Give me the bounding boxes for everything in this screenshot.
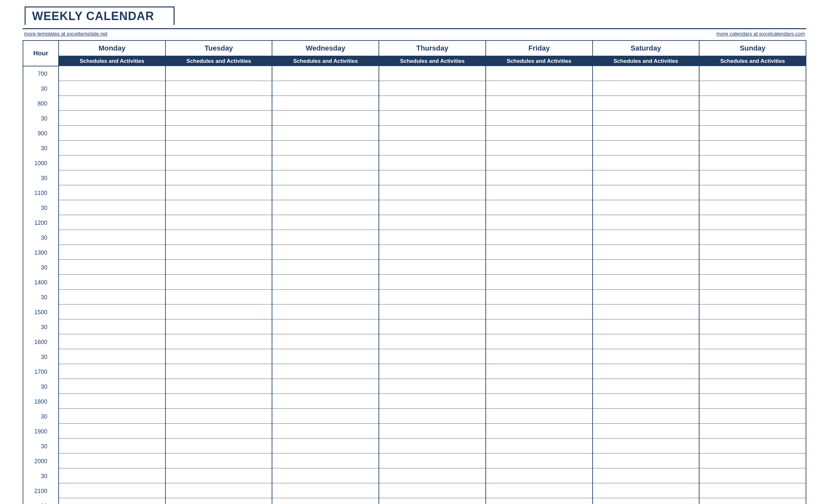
entry-line[interactable]: [59, 66, 165, 81]
entry-line[interactable]: [59, 170, 165, 185]
entry-line[interactable]: [379, 260, 485, 275]
entry-line[interactable]: [593, 334, 699, 349]
entry-line[interactable]: [699, 126, 806, 141]
slots-wednesday[interactable]: [272, 66, 379, 504]
entry-line[interactable]: [486, 364, 592, 379]
templates-link[interactable]: more templates at exceltemplate.net: [24, 31, 108, 37]
entry-line[interactable]: [379, 498, 485, 504]
entry-line[interactable]: [486, 349, 592, 364]
entry-line[interactable]: [593, 409, 699, 424]
entry-line[interactable]: [59, 409, 165, 424]
entry-line[interactable]: [593, 304, 699, 319]
entry-line[interactable]: [379, 349, 485, 364]
entry-line[interactable]: [166, 364, 272, 379]
entry-line[interactable]: [699, 319, 806, 334]
entry-line[interactable]: [486, 379, 592, 394]
entry-line[interactable]: [166, 424, 272, 439]
entry-line[interactable]: [166, 215, 272, 230]
entry-line[interactable]: [486, 290, 592, 304]
entry-line[interactable]: [59, 483, 165, 498]
entry-line[interactable]: [166, 245, 272, 260]
entry-line[interactable]: [593, 96, 699, 111]
entry-line[interactable]: [486, 394, 592, 409]
entry-line[interactable]: [486, 81, 592, 96]
entry-line[interactable]: [59, 245, 165, 260]
entry-line[interactable]: [166, 468, 272, 483]
entry-line[interactable]: [272, 454, 379, 468]
entry-line[interactable]: [272, 468, 379, 483]
entry-line[interactable]: [699, 66, 806, 81]
entry-line[interactable]: [593, 439, 699, 454]
entry-line[interactable]: [379, 364, 485, 379]
entry-line[interactable]: [59, 304, 165, 319]
entry-line[interactable]: [166, 394, 272, 409]
entry-line[interactable]: [699, 81, 806, 96]
entry-line[interactable]: [593, 468, 699, 483]
entry-line[interactable]: [59, 454, 165, 468]
entry-line[interactable]: [699, 275, 806, 290]
entry-line[interactable]: [486, 155, 592, 170]
entry-line[interactable]: [272, 439, 379, 454]
entry-line[interactable]: [486, 409, 592, 424]
entry-line[interactable]: [486, 319, 592, 334]
entry-line[interactable]: [593, 126, 699, 141]
entry-line[interactable]: [379, 141, 485, 155]
entry-line[interactable]: [166, 185, 272, 200]
entry-line[interactable]: [379, 319, 485, 334]
entry-line[interactable]: [379, 81, 485, 96]
entry-line[interactable]: [699, 96, 806, 111]
entry-line[interactable]: [166, 439, 272, 454]
entry-line[interactable]: [486, 111, 592, 126]
entry-line[interactable]: [166, 170, 272, 185]
entry-line[interactable]: [379, 394, 485, 409]
entry-line[interactable]: [272, 185, 379, 200]
entry-line[interactable]: [486, 126, 592, 141]
entry-line[interactable]: [699, 260, 806, 275]
entry-line[interactable]: [166, 155, 272, 170]
entry-line[interactable]: [272, 349, 379, 364]
entry-line[interactable]: [272, 81, 379, 96]
entry-line[interactable]: [166, 409, 272, 424]
entry-line[interactable]: [59, 498, 165, 504]
entry-line[interactable]: [593, 155, 699, 170]
entry-line[interactable]: [486, 245, 592, 260]
entry-line[interactable]: [59, 364, 165, 379]
entry-line[interactable]: [593, 275, 699, 290]
entry-line[interactable]: [166, 66, 272, 81]
entry-line[interactable]: [272, 379, 379, 394]
entry-line[interactable]: [272, 424, 379, 439]
entry-line[interactable]: [166, 334, 272, 349]
entry-line[interactable]: [166, 498, 272, 504]
slots-sunday[interactable]: [699, 66, 806, 504]
entry-line[interactable]: [272, 230, 379, 245]
entry-line[interactable]: [486, 275, 592, 290]
entry-line[interactable]: [699, 483, 806, 498]
entry-line[interactable]: [59, 155, 165, 170]
slots-tuesday[interactable]: [166, 66, 272, 504]
entry-line[interactable]: [486, 498, 592, 504]
entry-line[interactable]: [272, 334, 379, 349]
entry-line[interactable]: [59, 200, 165, 215]
entry-line[interactable]: [379, 439, 485, 454]
entry-line[interactable]: [59, 379, 165, 394]
entry-line[interactable]: [379, 424, 485, 439]
entry-line[interactable]: [486, 215, 592, 230]
slots-monday[interactable]: [59, 66, 165, 504]
entry-line[interactable]: [699, 334, 806, 349]
entry-line[interactable]: [166, 349, 272, 364]
entry-line[interactable]: [379, 334, 485, 349]
entry-line[interactable]: [486, 170, 592, 185]
entry-line[interactable]: [699, 409, 806, 424]
entry-line[interactable]: [379, 230, 485, 245]
entry-line[interactable]: [593, 230, 699, 245]
entry-line[interactable]: [59, 141, 165, 155]
entry-line[interactable]: [272, 394, 379, 409]
entry-line[interactable]: [166, 454, 272, 468]
entry-line[interactable]: [593, 185, 699, 200]
entry-line[interactable]: [166, 96, 272, 111]
entry-line[interactable]: [166, 200, 272, 215]
entry-line[interactable]: [59, 126, 165, 141]
slots-thursday[interactable]: [379, 66, 485, 504]
entry-line[interactable]: [486, 454, 592, 468]
entry-line[interactable]: [593, 111, 699, 126]
